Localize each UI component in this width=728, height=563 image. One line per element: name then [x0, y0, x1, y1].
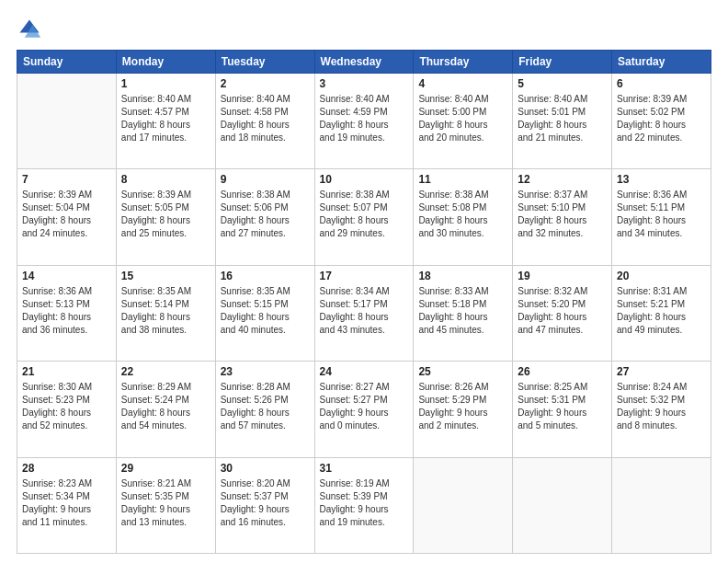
calendar-cell: 27Sunrise: 8:24 AM Sunset: 5:32 PM Dayli… — [612, 362, 711, 457]
calendar-cell: 12Sunrise: 8:37 AM Sunset: 5:10 PM Dayli… — [513, 169, 612, 265]
day-info: Sunrise: 8:35 AM Sunset: 5:14 PM Dayligh… — [121, 285, 210, 337]
day-number: 5 — [518, 77, 607, 90]
day-info: Sunrise: 8:19 AM Sunset: 5:39 PM Dayligh… — [320, 477, 409, 529]
day-number: 8 — [121, 173, 210, 186]
calendar-cell: 28Sunrise: 8:23 AM Sunset: 5:34 PM Dayli… — [17, 457, 117, 553]
day-info: Sunrise: 8:28 AM Sunset: 5:26 PM Dayligh… — [221, 381, 310, 432]
calendar-cell: 15Sunrise: 8:35 AM Sunset: 5:14 PM Dayli… — [116, 265, 215, 361]
day-number: 12 — [518, 173, 607, 186]
calendar-cell — [17, 74, 117, 169]
calendar-header-sunday: Sunday — [17, 51, 117, 74]
calendar-week-3: 14Sunrise: 8:36 AM Sunset: 5:13 PM Dayli… — [17, 265, 711, 361]
day-info: Sunrise: 8:35 AM Sunset: 5:15 PM Dayligh… — [221, 285, 310, 337]
header — [17, 17, 711, 42]
day-number: 27 — [617, 365, 706, 378]
calendar-cell: 21Sunrise: 8:30 AM Sunset: 5:23 PM Dayli… — [17, 362, 117, 457]
calendar-cell: 2Sunrise: 8:40 AM Sunset: 4:58 PM Daylig… — [215, 74, 314, 169]
day-number: 11 — [418, 173, 507, 186]
day-info: Sunrise: 8:38 AM Sunset: 5:08 PM Dayligh… — [418, 189, 507, 240]
day-info: Sunrise: 8:30 AM Sunset: 5:23 PM Dayligh… — [22, 381, 111, 432]
day-number: 29 — [121, 462, 210, 475]
calendar-cell: 23Sunrise: 8:28 AM Sunset: 5:26 PM Dayli… — [215, 362, 314, 457]
logo — [17, 17, 46, 42]
day-info: Sunrise: 8:40 AM Sunset: 5:01 PM Dayligh… — [518, 93, 607, 144]
calendar-cell: 19Sunrise: 8:32 AM Sunset: 5:20 PM Dayli… — [513, 265, 612, 361]
calendar-cell: 16Sunrise: 8:35 AM Sunset: 5:15 PM Dayli… — [215, 265, 314, 361]
day-info: Sunrise: 8:32 AM Sunset: 5:20 PM Dayligh… — [518, 285, 607, 337]
calendar-cell: 14Sunrise: 8:36 AM Sunset: 5:13 PM Dayli… — [17, 265, 117, 361]
day-info: Sunrise: 8:40 AM Sunset: 4:58 PM Dayligh… — [221, 93, 310, 144]
calendar-table: SundayMondayTuesdayWednesdayThursdayFrid… — [17, 50, 711, 554]
day-number: 6 — [617, 77, 706, 90]
calendar-cell: 18Sunrise: 8:33 AM Sunset: 5:18 PM Dayli… — [414, 265, 513, 361]
calendar-week-1: 1Sunrise: 8:40 AM Sunset: 4:57 PM Daylig… — [17, 74, 711, 169]
calendar-cell: 29Sunrise: 8:21 AM Sunset: 5:35 PM Dayli… — [116, 457, 215, 553]
day-number: 19 — [518, 270, 607, 282]
day-number: 4 — [418, 77, 507, 90]
day-number: 21 — [22, 365, 111, 378]
calendar-cell: 22Sunrise: 8:29 AM Sunset: 5:24 PM Dayli… — [116, 362, 215, 457]
calendar-cell — [414, 457, 513, 553]
calendar-cell: 5Sunrise: 8:40 AM Sunset: 5:01 PM Daylig… — [513, 74, 612, 169]
day-number: 24 — [320, 365, 409, 378]
calendar-cell: 8Sunrise: 8:39 AM Sunset: 5:05 PM Daylig… — [116, 169, 215, 265]
day-number: 30 — [221, 462, 310, 475]
day-number: 20 — [617, 270, 706, 282]
calendar-cell: 31Sunrise: 8:19 AM Sunset: 5:39 PM Dayli… — [314, 457, 414, 553]
day-info: Sunrise: 8:38 AM Sunset: 5:06 PM Dayligh… — [221, 189, 310, 240]
day-number: 22 — [121, 365, 210, 378]
calendar-cell: 7Sunrise: 8:39 AM Sunset: 5:04 PM Daylig… — [17, 169, 117, 265]
page: SundayMondayTuesdayWednesdayThursdayFrid… — [0, 0, 728, 563]
day-number: 14 — [22, 270, 111, 282]
day-info: Sunrise: 8:37 AM Sunset: 5:10 PM Dayligh… — [518, 189, 607, 240]
day-info: Sunrise: 8:21 AM Sunset: 5:35 PM Dayligh… — [121, 477, 210, 529]
day-info: Sunrise: 8:36 AM Sunset: 5:11 PM Dayligh… — [617, 189, 706, 240]
calendar-week-5: 28Sunrise: 8:23 AM Sunset: 5:34 PM Dayli… — [17, 457, 711, 553]
logo-icon — [17, 17, 42, 42]
calendar-cell — [612, 457, 711, 553]
day-info: Sunrise: 8:24 AM Sunset: 5:32 PM Dayligh… — [617, 381, 706, 432]
calendar-cell: 26Sunrise: 8:25 AM Sunset: 5:31 PM Dayli… — [513, 362, 612, 457]
calendar-cell: 20Sunrise: 8:31 AM Sunset: 5:21 PM Dayli… — [612, 265, 711, 361]
calendar-cell — [513, 457, 612, 553]
day-number: 28 — [22, 462, 111, 475]
day-number: 18 — [418, 270, 507, 282]
calendar-header-tuesday: Tuesday — [215, 51, 314, 74]
day-number: 9 — [221, 173, 310, 186]
calendar-week-2: 7Sunrise: 8:39 AM Sunset: 5:04 PM Daylig… — [17, 169, 711, 265]
day-number: 3 — [320, 77, 409, 90]
calendar-header-wednesday: Wednesday — [314, 51, 414, 74]
calendar-header-friday: Friday — [513, 51, 612, 74]
day-info: Sunrise: 8:26 AM Sunset: 5:29 PM Dayligh… — [418, 381, 507, 432]
day-info: Sunrise: 8:39 AM Sunset: 5:05 PM Dayligh… — [121, 189, 210, 240]
calendar-cell: 24Sunrise: 8:27 AM Sunset: 5:27 PM Dayli… — [314, 362, 414, 457]
calendar-cell: 3Sunrise: 8:40 AM Sunset: 4:59 PM Daylig… — [314, 74, 414, 169]
day-number: 17 — [320, 270, 409, 282]
calendar-cell: 25Sunrise: 8:26 AM Sunset: 5:29 PM Dayli… — [414, 362, 513, 457]
day-number: 26 — [518, 365, 607, 378]
calendar-header-saturday: Saturday — [612, 51, 711, 74]
day-number: 13 — [617, 173, 706, 186]
calendar-cell: 6Sunrise: 8:39 AM Sunset: 5:02 PM Daylig… — [612, 74, 711, 169]
calendar-cell: 17Sunrise: 8:34 AM Sunset: 5:17 PM Dayli… — [314, 265, 414, 361]
calendar-cell: 11Sunrise: 8:38 AM Sunset: 5:08 PM Dayli… — [414, 169, 513, 265]
day-number: 25 — [418, 365, 507, 378]
day-number: 16 — [221, 270, 310, 282]
day-info: Sunrise: 8:27 AM Sunset: 5:27 PM Dayligh… — [320, 381, 409, 432]
day-info: Sunrise: 8:39 AM Sunset: 5:04 PM Dayligh… — [22, 189, 111, 240]
day-info: Sunrise: 8:40 AM Sunset: 4:57 PM Dayligh… — [121, 93, 210, 144]
day-info: Sunrise: 8:20 AM Sunset: 5:37 PM Dayligh… — [221, 477, 310, 529]
day-number: 31 — [320, 462, 409, 475]
day-info: Sunrise: 8:39 AM Sunset: 5:02 PM Dayligh… — [617, 93, 706, 144]
day-info: Sunrise: 8:33 AM Sunset: 5:18 PM Dayligh… — [418, 285, 507, 337]
calendar-cell: 13Sunrise: 8:36 AM Sunset: 5:11 PM Dayli… — [612, 169, 711, 265]
day-info: Sunrise: 8:34 AM Sunset: 5:17 PM Dayligh… — [320, 285, 409, 337]
day-info: Sunrise: 8:40 AM Sunset: 5:00 PM Dayligh… — [418, 93, 507, 144]
day-info: Sunrise: 8:40 AM Sunset: 4:59 PM Dayligh… — [320, 93, 409, 144]
day-number: 7 — [22, 173, 111, 186]
calendar-cell: 4Sunrise: 8:40 AM Sunset: 5:00 PM Daylig… — [414, 74, 513, 169]
day-info: Sunrise: 8:31 AM Sunset: 5:21 PM Dayligh… — [617, 285, 706, 337]
calendar-header-row: SundayMondayTuesdayWednesdayThursdayFrid… — [17, 51, 711, 74]
calendar-header-monday: Monday — [116, 51, 215, 74]
day-info: Sunrise: 8:36 AM Sunset: 5:13 PM Dayligh… — [22, 285, 111, 337]
